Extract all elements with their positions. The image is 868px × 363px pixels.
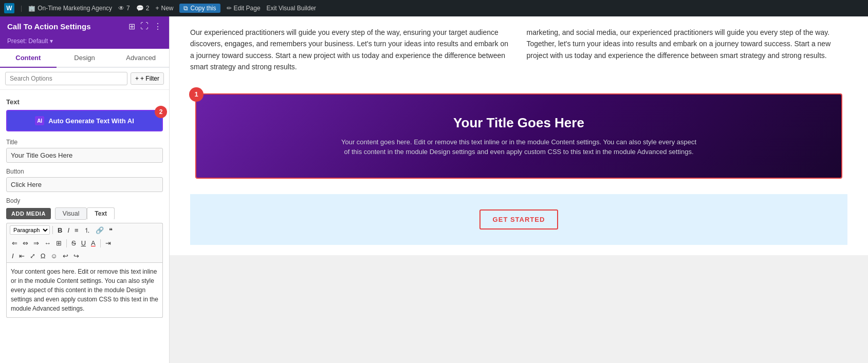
expand-icon[interactable]: ⛶: [140, 22, 149, 31]
plus-icon: +: [155, 5, 159, 12]
ul-button[interactable]: ≡: [72, 226, 81, 235]
link-button[interactable]: 🔗: [94, 226, 106, 235]
agency-icon: 🏢: [28, 5, 35, 12]
redo-button[interactable]: ↪: [71, 252, 81, 260]
undo-button[interactable]: ↩: [61, 252, 70, 260]
underline-button[interactable]: U: [79, 239, 88, 247]
expand-button[interactable]: ⤢: [28, 252, 38, 260]
omega-button[interactable]: Ω: [39, 252, 48, 260]
kebab-icon[interactable]: ⋮: [154, 22, 162, 31]
align-center-button[interactable]: ⇔: [21, 239, 30, 247]
format-bar-2: ⇐ ⇔ ⇒ ↔ ⊞ S U A ⇥: [6, 237, 163, 250]
search-input[interactable]: [5, 72, 127, 85]
text-tab[interactable]: Text: [87, 207, 115, 220]
format-bar-1: Paragraph B I ≡ ⒈ 🔗 ❝: [6, 223, 163, 237]
right-column-text: marketing, and social media, our experie…: [527, 27, 848, 61]
emoji-button[interactable]: ☺: [48, 252, 59, 260]
exit-builder-button[interactable]: Exit Visual Builder: [267, 5, 317, 12]
page-content: Our experienced practitioners will guide…: [170, 16, 868, 255]
left-column-text: Our experienced practitioners will guide…: [190, 27, 511, 73]
eye-count[interactable]: 👁 7: [118, 5, 130, 12]
color-button[interactable]: A: [89, 239, 98, 247]
agency-name[interactable]: 🏢 On-Time Marketing Agency: [28, 5, 112, 12]
sidebar: Call To Action Settings ⊞ ⛶ ⋮ Preset: De…: [0, 16, 170, 363]
button-label: Button: [6, 168, 163, 175]
cta-inner: Your Title Goes Here Your content goes h…: [196, 94, 841, 178]
edit-icon: ✏: [227, 5, 232, 12]
quote-button[interactable]: ❝: [107, 226, 115, 235]
new-button[interactable]: + New: [155, 5, 173, 12]
cta-badge: 1: [189, 87, 204, 102]
tab-design[interactable]: Design: [57, 49, 113, 68]
content-area: Our experienced practitioners will guide…: [170, 16, 868, 363]
paragraph-select[interactable]: Paragraph: [10, 225, 50, 235]
comment-count[interactable]: 💬 2: [136, 5, 150, 12]
copy-icon: ⧉: [183, 5, 188, 12]
cta-body: Your content goes here. Edit or remove t…: [339, 137, 699, 157]
sidebar-header: Call To Action Settings ⊞ ⛶ ⋮: [0, 16, 169, 36]
align-justify-button[interactable]: ↔: [42, 239, 53, 247]
ai-generate-button[interactable]: AI Auto Generate Text With AI 2: [6, 110, 163, 131]
sidebar-header-icons: ⊞ ⛶ ⋮: [128, 22, 162, 31]
edit-page-button[interactable]: ✏ Edit Page: [227, 5, 261, 12]
bold-button[interactable]: B: [56, 226, 64, 235]
cta-module[interactable]: Your Title Goes Here Your content goes h…: [195, 93, 842, 179]
italic2-button[interactable]: I: [10, 252, 16, 260]
comment-icon: 💬: [136, 5, 144, 12]
text-section-label: Text: [6, 98, 163, 106]
body-label: Body: [6, 197, 163, 204]
sidebar-preset[interactable]: Preset: Default ▾: [0, 36, 169, 49]
title-input[interactable]: [6, 148, 163, 163]
body-text-area[interactable]: Your content goes here. Edit or remove t…: [6, 263, 163, 318]
sidebar-content: Text AI Auto Generate Text With AI 2 Tit…: [0, 90, 169, 363]
left-text-column: Our experienced practitioners will guide…: [190, 27, 511, 73]
ai-badge: 2: [155, 106, 167, 118]
ol-button[interactable]: ⒈: [82, 226, 93, 235]
cta-module-wrapper: 1 Your Title Goes Here Your content goes…: [190, 88, 847, 184]
filter-button[interactable]: + + Filter: [131, 72, 164, 85]
align-right-button[interactable]: ⇒: [31, 239, 41, 247]
title-label: Title: [6, 139, 163, 146]
copy-button[interactable]: ⧉ Copy this: [179, 4, 220, 13]
cta-title: Your Title Goes Here: [453, 115, 584, 131]
outdent-button[interactable]: ⇤: [17, 252, 27, 260]
align-left-button[interactable]: ⇐: [10, 239, 20, 247]
add-media-button[interactable]: ADD MEDIA: [6, 208, 51, 219]
italic-button[interactable]: I: [65, 226, 71, 235]
eye-icon: 👁: [118, 5, 124, 12]
visual-tab[interactable]: Visual: [55, 207, 87, 220]
tab-content[interactable]: Content: [0, 49, 57, 68]
right-text-column: marketing, and social media, our experie…: [527, 27, 848, 73]
text-columns: Our experienced practitioners will guide…: [190, 27, 847, 73]
ai-icon: AI: [35, 116, 44, 125]
format-bar-3: I ⇤ ⤢ Ω ☺ ↩ ↪: [6, 250, 163, 263]
tab-advanced[interactable]: Advanced: [113, 49, 169, 68]
strikethrough-button[interactable]: S: [69, 239, 78, 247]
sidebar-tabs: Content Design Advanced: [0, 49, 169, 68]
admin-bar: W | 🏢 On-Time Marketing Agency 👁 7 💬 2 +…: [0, 0, 868, 16]
search-row: + + Filter: [0, 68, 169, 90]
wp-logo-icon[interactable]: W: [4, 3, 14, 13]
sidebar-title: Call To Action Settings: [7, 22, 91, 31]
table-button[interactable]: ⊞: [54, 239, 64, 247]
duplicate-icon[interactable]: ⊞: [128, 22, 135, 31]
indent-button[interactable]: ⇥: [103, 239, 113, 247]
bottom-cta-section: GET STARTED: [190, 194, 847, 245]
filter-icon: +: [135, 75, 139, 82]
button-input[interactable]: [6, 177, 163, 192]
bottom-cta-button[interactable]: GET STARTED: [479, 209, 559, 230]
